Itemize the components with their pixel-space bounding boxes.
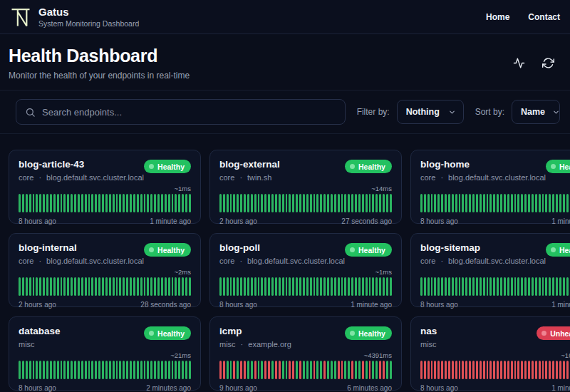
uptime-bar[interactable] bbox=[130, 194, 132, 212]
uptime-bar[interactable] bbox=[91, 194, 93, 212]
uptime-bar[interactable] bbox=[113, 277, 115, 296]
uptime-bar[interactable] bbox=[119, 277, 121, 296]
uptime-bar[interactable] bbox=[140, 194, 142, 212]
uptime-bar[interactable] bbox=[524, 277, 527, 296]
uptime-bar[interactable] bbox=[144, 277, 146, 296]
uptime-bar[interactable] bbox=[116, 277, 118, 296]
uptime-bar[interactable] bbox=[556, 277, 558, 296]
uptime-bar[interactable] bbox=[116, 361, 118, 379]
uptime-bar[interactable] bbox=[369, 361, 371, 379]
uptime-bar[interactable] bbox=[81, 361, 83, 379]
uptime-bar[interactable] bbox=[303, 277, 305, 296]
uptime-bar[interactable] bbox=[296, 361, 298, 379]
endpoint-card[interactable]: blog-article-43 core · blog.default.svc.… bbox=[9, 150, 201, 224]
uptime-bar[interactable] bbox=[161, 361, 163, 379]
uptime-bar[interactable] bbox=[331, 194, 333, 212]
uptime-bar[interactable] bbox=[327, 361, 329, 379]
uptime-bar[interactable] bbox=[292, 194, 294, 212]
uptime-bar[interactable] bbox=[26, 277, 28, 296]
uptime-bar[interactable] bbox=[306, 361, 309, 379]
uptime-bar[interactable] bbox=[455, 361, 457, 379]
uptime-bar[interactable] bbox=[524, 361, 527, 379]
uptime-bar[interactable] bbox=[493, 361, 495, 379]
uptime-bar[interactable] bbox=[36, 277, 38, 296]
uptime-bar[interactable] bbox=[362, 361, 364, 379]
uptime-bar[interactable] bbox=[168, 194, 170, 212]
endpoint-card[interactable]: icmp misc · example.org Healthy ~4391ms … bbox=[209, 316, 402, 391]
uptime-bar[interactable] bbox=[480, 277, 482, 296]
uptime-bar[interactable] bbox=[282, 194, 284, 212]
uptime-bar[interactable] bbox=[549, 194, 551, 212]
uptime-bar[interactable] bbox=[150, 277, 152, 296]
uptime-bar[interactable] bbox=[310, 277, 312, 296]
uptime-bar[interactable] bbox=[306, 194, 309, 212]
uptime-bar[interactable] bbox=[542, 361, 544, 379]
uptime-bar[interactable] bbox=[67, 361, 69, 379]
uptime-bar[interactable] bbox=[489, 277, 492, 296]
uptime-bar[interactable] bbox=[303, 361, 305, 379]
uptime-bar[interactable] bbox=[161, 277, 163, 296]
uptime-bar[interactable] bbox=[175, 361, 177, 379]
uptime-bar[interactable] bbox=[219, 194, 222, 212]
uptime-bar[interactable] bbox=[172, 194, 174, 212]
uptime-bar[interactable] bbox=[61, 277, 63, 296]
uptime-bar[interactable] bbox=[233, 361, 235, 379]
uptime-bar[interactable] bbox=[542, 277, 544, 296]
uptime-bar[interactable] bbox=[514, 194, 517, 212]
uptime-bar[interactable] bbox=[472, 277, 475, 296]
uptime-bar[interactable] bbox=[105, 277, 108, 296]
uptime-bar[interactable] bbox=[53, 277, 56, 296]
uptime-bar[interactable] bbox=[53, 194, 56, 212]
uptime-bar[interactable] bbox=[314, 361, 316, 379]
uptime-bar[interactable] bbox=[375, 361, 378, 379]
uptime-bar[interactable] bbox=[483, 194, 485, 212]
uptime-bar[interactable] bbox=[489, 361, 492, 379]
uptime-bar[interactable] bbox=[372, 194, 374, 212]
uptime-bar[interactable] bbox=[437, 194, 440, 212]
uptime-bar[interactable] bbox=[102, 277, 104, 296]
uptime-bar[interactable] bbox=[95, 194, 97, 212]
uptime-bar[interactable] bbox=[275, 277, 277, 296]
uptime-bar[interactable] bbox=[355, 361, 357, 379]
uptime-bar[interactable] bbox=[247, 194, 249, 212]
uptime-bar[interactable] bbox=[462, 194, 464, 212]
uptime-bar[interactable] bbox=[372, 361, 374, 379]
uptime-bar[interactable] bbox=[480, 194, 482, 212]
uptime-bar[interactable] bbox=[109, 194, 111, 212]
uptime-bar[interactable] bbox=[29, 361, 31, 379]
uptime-bar[interactable] bbox=[465, 194, 467, 212]
uptime-bar[interactable] bbox=[327, 194, 329, 212]
uptime-bar[interactable] bbox=[552, 277, 554, 296]
uptime-bar[interactable] bbox=[271, 277, 274, 296]
uptime-bar[interactable] bbox=[168, 361, 170, 379]
uptime-bar[interactable] bbox=[109, 277, 111, 296]
uptime-bar[interactable] bbox=[46, 361, 48, 379]
uptime-bar[interactable] bbox=[61, 194, 63, 212]
uptime-bar[interactable] bbox=[147, 194, 149, 212]
uptime-bar[interactable] bbox=[258, 361, 260, 379]
uptime-bar[interactable] bbox=[563, 277, 565, 296]
uptime-bar[interactable] bbox=[549, 277, 551, 296]
search-input[interactable] bbox=[42, 107, 336, 118]
uptime-bar[interactable] bbox=[532, 277, 534, 296]
uptime-bar[interactable] bbox=[483, 277, 485, 296]
uptime-bar[interactable] bbox=[81, 194, 83, 212]
uptime-bar[interactable] bbox=[137, 277, 139, 296]
uptime-bar[interactable] bbox=[91, 361, 93, 379]
uptime-bar[interactable] bbox=[472, 194, 475, 212]
uptime-bar[interactable] bbox=[316, 277, 318, 296]
uptime-bar[interactable] bbox=[420, 277, 423, 296]
uptime-bar[interactable] bbox=[175, 277, 177, 296]
uptime-bar[interactable] bbox=[434, 361, 436, 379]
uptime-bar[interactable] bbox=[552, 361, 554, 379]
uptime-bar[interactable] bbox=[46, 194, 48, 212]
uptime-bar[interactable] bbox=[428, 277, 430, 296]
uptime-bar[interactable] bbox=[524, 194, 527, 212]
uptime-bar[interactable] bbox=[123, 194, 125, 212]
uptime-bar[interactable] bbox=[521, 194, 523, 212]
uptime-bar[interactable] bbox=[19, 194, 21, 212]
uptime-bar[interactable] bbox=[316, 361, 318, 379]
uptime-bar[interactable] bbox=[379, 277, 381, 296]
uptime-bar[interactable] bbox=[22, 194, 24, 212]
uptime-bar[interactable] bbox=[113, 361, 115, 379]
